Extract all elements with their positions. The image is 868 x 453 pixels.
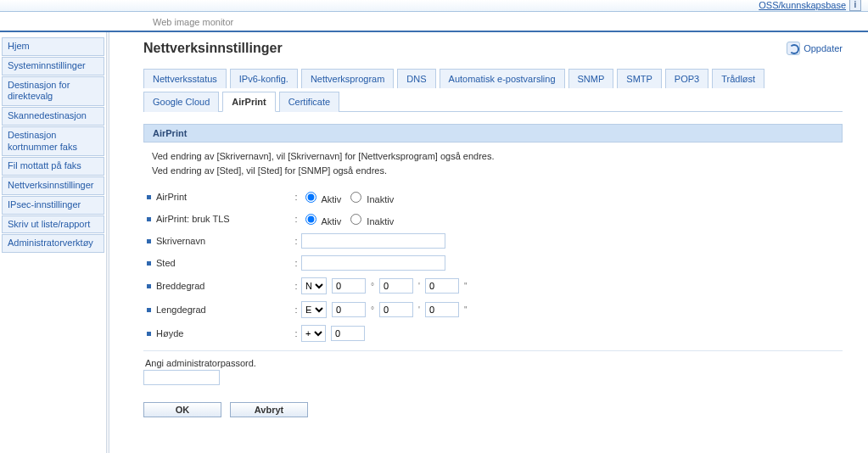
longitude-label: Lengdegrad: [156, 305, 206, 315]
bullet-icon: [147, 308, 151, 312]
tab-automatisk-e-postvarsling[interactable]: Automatisk e-postvarsling: [440, 69, 565, 88]
sidebar: Hjem Systeminnstillinger Destinasjon for…: [0, 32, 106, 453]
tab-dns[interactable]: DNS: [397, 69, 435, 88]
latitude-label: Breddegrad: [156, 281, 205, 291]
tls-label: AirPrint: bruk TLS: [156, 214, 230, 224]
location-input[interactable]: [301, 255, 445, 271]
sidebar-item-speed-fax[interactable]: Destinasjon kortnummer faks: [2, 126, 104, 157]
refresh-icon: [787, 42, 800, 55]
longitude-dir-select[interactable]: E: [301, 301, 327, 318]
kb-link[interactable]: OSS/kunnskapsbase: [759, 0, 846, 10]
bullet-icon: [147, 195, 151, 199]
latitude-dir-select[interactable]: N: [301, 277, 327, 294]
sidebar-item-scan-dest[interactable]: Skannedestinasjon: [2, 107, 104, 126]
bullet-icon: [147, 284, 151, 288]
sidebar-item-system[interactable]: Systeminnstillinger: [2, 57, 104, 76]
location-label: Sted: [156, 258, 176, 268]
altitude-sign-select[interactable]: +: [301, 325, 326, 342]
tls-inactive-radio[interactable]: [350, 214, 361, 225]
tab-certificate[interactable]: Certificate: [279, 92, 340, 112]
second-mark: ": [464, 282, 468, 291]
airprint-inactive-option[interactable]: Inaktiv: [346, 189, 394, 204]
sidebar-item-fax-rx[interactable]: Fil mottatt på faks: [2, 157, 104, 176]
tab-nettverksprogram[interactable]: Nettverksprogram: [301, 69, 394, 88]
tab-tr-dl-st[interactable]: Trådløst: [712, 69, 764, 88]
tab-airprint[interactable]: AirPrint: [222, 92, 275, 112]
airprint-inactive-radio[interactable]: [350, 192, 361, 203]
sidebar-item-network[interactable]: Nettverksinnstillinger: [2, 176, 104, 195]
bullet-icon: [147, 217, 151, 221]
bullet-icon: [147, 332, 151, 336]
admin-password-input[interactable]: [143, 370, 220, 385]
minute-mark: ': [418, 282, 420, 291]
tls-inactive-option[interactable]: Inaktiv: [346, 211, 394, 226]
refresh-button[interactable]: Oppdater: [787, 42, 843, 55]
tab-nettverksstatus[interactable]: Nettverksstatus: [143, 69, 227, 88]
sidebar-item-ipsec[interactable]: IPsec-innstillinger: [2, 196, 104, 215]
tab-pop3[interactable]: POP3: [665, 69, 708, 88]
longitude-sec-input[interactable]: [425, 302, 459, 317]
altitude-label: Høyde: [156, 328, 183, 338]
tabs: NettverksstatusIPv6-konfig.Nettverksprog…: [143, 68, 843, 112]
degree-mark: °: [371, 282, 374, 291]
refresh-label: Oppdater: [804, 43, 843, 53]
hint-2: Ved endring av [Sted], vil [Sted] for [S…: [152, 164, 834, 178]
sidebar-item-print-report[interactable]: Skriv ut liste/rapport: [2, 215, 104, 234]
bullet-icon: [147, 261, 151, 266]
info-icon[interactable]: i: [849, 0, 861, 11]
longitude-deg-input[interactable]: [332, 302, 366, 317]
page-title: Nettverksinnstillinger: [143, 41, 283, 56]
longitude-min-input[interactable]: [379, 302, 413, 317]
brand-label: Web image monitor: [153, 17, 233, 31]
ok-button[interactable]: OK: [143, 402, 221, 417]
airprint-active-radio[interactable]: [305, 192, 316, 203]
sidebar-item-home[interactable]: Hjem: [2, 37, 104, 56]
latitude-min-input[interactable]: [379, 278, 413, 294]
tls-active-radio[interactable]: [305, 214, 316, 225]
latitude-sec-input[interactable]: [425, 278, 459, 294]
airprint-active-option[interactable]: Aktiv: [301, 189, 341, 204]
tls-active-option[interactable]: Aktiv: [301, 211, 341, 226]
bullet-icon: [147, 239, 151, 243]
tab-snmp[interactable]: SNMP: [568, 69, 614, 88]
cancel-button[interactable]: Avbryt: [230, 402, 308, 417]
divider: [143, 350, 843, 351]
latitude-deg-input[interactable]: [332, 278, 366, 294]
tab-google-cloud[interactable]: Google Cloud: [143, 92, 219, 112]
section-title: AirPrint: [143, 124, 843, 143]
sidebar-item-direct-dest[interactable]: Destinasjon for direktevalg: [2, 76, 104, 107]
colon: :: [291, 192, 301, 202]
printer-name-label: Skrivernavn: [156, 236, 205, 246]
tab-ipv6-konfig-[interactable]: IPv6-konfig.: [230, 69, 298, 88]
hint-1: Ved endring av [Skrivernavn], vil [Skriv…: [152, 149, 834, 164]
sidebar-item-admin-tools[interactable]: Administratorverktøy: [2, 234, 104, 253]
tab-smtp[interactable]: SMTP: [617, 69, 662, 88]
admin-note: Angi administratorpassord.: [143, 356, 843, 370]
printer-name-input[interactable]: [301, 233, 445, 249]
airprint-label: AirPrint: [156, 192, 187, 202]
altitude-input[interactable]: [331, 326, 365, 341]
